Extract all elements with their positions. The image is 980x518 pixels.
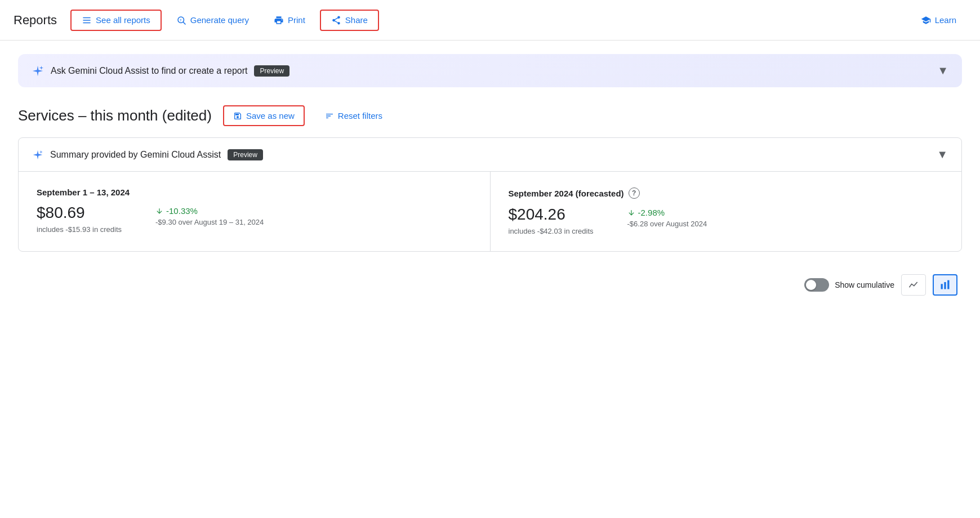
- gemini-summary-icon: [32, 149, 43, 160]
- bar-chart-icon: [939, 279, 951, 291]
- learn-icon: [921, 15, 931, 25]
- gemini-banner-chevron: ▼: [937, 64, 948, 77]
- svg-rect-6: [941, 284, 943, 289]
- col1-change: -10.33%: [155, 206, 264, 216]
- svg-rect-8: [947, 280, 949, 289]
- filter-icon: [325, 111, 334, 120]
- list-icon: [82, 15, 92, 25]
- col1-arrow-icon: [155, 207, 163, 215]
- col1-credits: includes -$15.93 in credits: [37, 225, 122, 234]
- print-button[interactable]: Print: [264, 11, 315, 30]
- svg-rect-1: [83, 20, 91, 21]
- summary-card-header-left: Summary provided by Gemini Cloud Assist …: [32, 149, 263, 160]
- svg-text:?: ?: [180, 19, 181, 22]
- report-header: Services – this month (edited) Save as n…: [18, 105, 962, 126]
- save-icon: [233, 111, 242, 120]
- learn-button[interactable]: Learn: [911, 11, 966, 30]
- col2-change: -2.98%: [627, 208, 707, 217]
- gemini-icon: [32, 65, 44, 77]
- gemini-preview-badge: Preview: [254, 65, 289, 77]
- svg-rect-0: [83, 17, 91, 18]
- col2-amount: $204.26: [509, 206, 594, 224]
- summary-preview-badge: Preview: [228, 149, 263, 160]
- report-title: Services – this month (edited): [18, 107, 212, 124]
- main-content: Ask Gemini Cloud Assist to find or creat…: [0, 41, 980, 314]
- show-cumulative-toggle: Show cumulative: [804, 278, 894, 292]
- summary-col-1: September 1 – 13, 2024 $80.69 includes -…: [19, 172, 490, 251]
- svg-line-4: [183, 22, 185, 24]
- col2-credits: includes -$42.03 in credits: [509, 227, 594, 235]
- bar-chart-button[interactable]: [933, 274, 957, 296]
- summary-card-chevron: ▼: [937, 148, 948, 161]
- summary-card-body: September 1 – 13, 2024 $80.69 includes -…: [19, 172, 961, 251]
- col1-period: September 1 – 13, 2024: [37, 187, 472, 197]
- generate-query-button[interactable]: ? Generate query: [166, 11, 259, 30]
- header: Reports See all reports ? Generate query…: [0, 0, 980, 41]
- gemini-banner[interactable]: Ask Gemini Cloud Assist to find or creat…: [18, 54, 962, 87]
- col2-arrow-icon: [627, 209, 635, 217]
- svg-rect-2: [83, 22, 91, 23]
- summary-card-header[interactable]: Summary provided by Gemini Cloud Assist …: [19, 138, 961, 172]
- svg-rect-7: [944, 282, 946, 289]
- search-icon: ?: [176, 15, 186, 25]
- share-button[interactable]: Share: [320, 10, 379, 31]
- col2-period: September 2024 (forecasted) ?: [509, 187, 944, 199]
- line-chart-icon: [908, 279, 919, 291]
- gemini-banner-content: Ask Gemini Cloud Assist to find or creat…: [32, 65, 289, 77]
- reset-filters-button[interactable]: Reset filters: [316, 106, 391, 125]
- col1-amount: $80.69: [37, 204, 122, 222]
- summary-col-2: September 2024 (forecasted) ? $204.26 in…: [490, 172, 962, 251]
- cumulative-toggle-switch[interactable]: [804, 278, 829, 292]
- col1-change-detail: -$9.30 over August 19 – 31, 2024: [155, 218, 264, 226]
- page-title: Reports: [14, 13, 57, 28]
- save-as-new-button[interactable]: Save as new: [223, 105, 305, 126]
- info-icon[interactable]: ?: [629, 187, 640, 199]
- print-icon: [274, 15, 284, 25]
- line-chart-button[interactable]: [901, 274, 926, 296]
- summary-card: Summary provided by Gemini Cloud Assist …: [18, 137, 962, 252]
- col2-change-detail: -$6.28 over August 2024: [627, 220, 707, 228]
- see-all-reports-button[interactable]: See all reports: [70, 10, 162, 31]
- share-icon: [331, 15, 341, 25]
- bottom-toolbar: Show cumulative: [18, 265, 962, 300]
- toggle-knob: [806, 280, 816, 290]
